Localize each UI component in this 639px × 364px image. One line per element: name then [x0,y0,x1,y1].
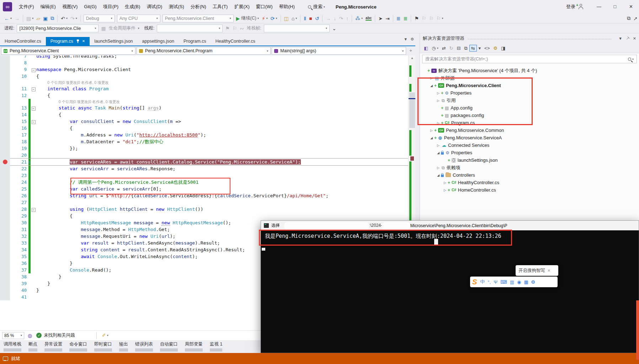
lifecycle-events-label[interactable]: 生命周期事件 [109,25,135,31]
expander-icon[interactable]: ◢ [436,151,441,155]
comment-lines-icon[interactable]: ≣ [395,16,402,21]
undo-icon[interactable]: ↶▾ [59,16,69,21]
nav-back-icon[interactable]: ←▾ [3,16,13,21]
menu-测试S[interactable]: 测试(S) [165,0,187,14]
code-line-21[interactable]: 21✎var serviceARes = await consulClient.… [0,159,408,165]
panel-tab-断点[interactable]: 断点 [28,341,37,352]
new-item-icon[interactable]: ▤▾ [25,16,35,21]
tree-item-引用[interactable]: ▷⧉引用 [420,97,639,104]
tab-launchSettings.json[interactable]: launchSettings.json [90,37,137,46]
code-line-29[interactable]: 29{ [0,213,408,219]
se-collapse-all-icon[interactable]: ⊟ [455,46,462,51]
panel-tab-调用堆栈[interactable]: 调用堆栈 [4,341,21,352]
panel-menu-icon[interactable]: ▼ [618,36,622,41]
menu-文件F[interactable]: 文件(F) [16,0,37,14]
codelens[interactable]: 0 个引用|0 项更改|0 名作者, 0 项更改 [36,80,109,85]
se-properties-wrench-icon[interactable]: ⚙ [491,46,499,51]
code-line-26[interactable]: 26string url = $"http://{calledSerice.Se… [0,192,408,199]
breadcrumb-class[interactable]: Peng.Microservice.Client.Program▾ [137,47,271,55]
breakpoint-icon[interactable] [0,159,10,165]
breakpoint-margin[interactable] [0,172,10,179]
breakpoint-margin[interactable] [0,179,10,186]
expander-icon[interactable]: ▷ [436,144,441,147]
expander-icon[interactable]: ◢ [429,84,434,87]
scrollbar-thumb[interactable] [409,92,415,128]
tree-item-Connected Services[interactable]: ▷☁Connected Services [420,141,639,149]
breakpoint-margin[interactable] [0,138,10,145]
tree-item-App.config[interactable]: +▤App.config [420,104,639,112]
panel-tab-局部变量[interactable]: 局部变量 [185,341,203,352]
menu-帮助H[interactable]: 帮助(H) [276,0,298,14]
prev-bookmark-icon[interactable]: ⚐ [420,16,428,21]
solution-platform-combo[interactable]: Any CPU▾ [117,15,160,22]
sogou-lang-zh[interactable]: 中 [479,279,486,285]
tab-appsettings.json[interactable]: appsettings.json [138,37,179,46]
tree-item-launchSettings.json[interactable]: +{}launchSettings.json [420,156,639,164]
breakpoint-margin[interactable] [0,260,10,267]
feedback-icon[interactable] [3,357,8,361]
step-out-icon[interactable]: ↑ [345,16,350,21]
breakpoint-margin[interactable] [0,246,10,253]
break-all-icon[interactable]: Ⅱ [302,16,308,21]
breakpoint-margin[interactable] [0,213,10,219]
menu-GitG[interactable]: Git(G) [81,0,100,14]
expander-icon[interactable]: ◢ [429,136,434,140]
breakpoint-margin[interactable] [0,240,10,246]
code-line-17[interactable]: 17m.Address = new Uri("http://localhost:… [0,132,408,138]
solution-configuration-combo[interactable]: Debug▾ [84,15,115,22]
code-line-25[interactable]: 25var calledSerice = serviceArr[0]; [0,186,408,192]
breakpoint-margin[interactable] [0,294,10,300]
step-over-icon[interactable]: ↷ [337,16,345,21]
breakpoint-margin[interactable] [0,199,10,206]
breakpoint-margin[interactable] [0,105,10,111]
flag-icon[interactable]: ⚑ [224,26,231,31]
expander-icon[interactable]: ◢ [436,173,441,177]
tree-item-Peng.Microservice.Common[interactable]: ▷+C#Peng.Microservice.Common [420,127,639,134]
tree-item-Peng.Microservice.Client[interactable]: ◢+C#Peng.Microservice.Client [420,82,639,89]
tree-item-packages.config[interactable]: +▤packages.config [420,112,639,119]
sogou-skin-icon[interactable]: ▥ [509,279,515,285]
minimize-button[interactable]: — [591,0,607,14]
stop-debugging-icon[interactable]: ■ [308,16,313,21]
se-switch-views-icon[interactable]: ◧ [422,46,430,51]
open-file-icon[interactable]: ▱ [35,16,42,21]
code-line-11[interactable]: 11−internal class Program [0,85,408,92]
breakpoint-margin[interactable] [0,85,10,92]
expander-icon[interactable]: ▷ [429,76,434,80]
code-line-24[interactable]: 24// 调用第一个Peng.Microservice.ServiceA也就是5… [0,179,408,186]
expander-icon[interactable]: ▷ [442,188,448,192]
fold-toggle-icon[interactable]: − [31,206,36,213]
code-line-27[interactable]: 27 [0,199,408,206]
stackframe-combo[interactable]: ▾ [264,25,330,32]
tree-item-HomeController.cs[interactable]: ▷+C#HomeController.cs [420,186,639,194]
flag-off-icon[interactable]: ⚐ [231,26,239,31]
maximize-button[interactable]: □ [607,0,623,14]
se-properties-pages-icon[interactable]: ⧉ [462,46,469,51]
sogou-smart-icon[interactable]: ◉ [516,279,522,285]
toolbar-overflow-icon[interactable]: ⌄ [331,26,338,31]
breakpoint-margin[interactable] [0,287,10,294]
live-share-icon[interactable]: ➚ [632,16,639,21]
menu-窗口W[interactable]: 窗口(W) [253,0,276,14]
loop-icon[interactable]: ∾ [238,26,245,31]
breakpoint-margin[interactable] [0,73,10,80]
breakpoint-margin[interactable] [0,145,10,152]
bookmark-window-icon[interactable]: ⚐▾ [435,16,445,21]
lifecycle-events-icon[interactable]: ▦ [100,26,107,31]
sogou-logo-icon[interactable]: S [472,278,477,286]
tab-options-icon[interactable]: ⚙ [410,37,414,42]
console-window[interactable]: 选择 记录\2024-0 \code\Peng.Microservice\Pen… [261,220,639,353]
save-all-icon[interactable]: ⧉ [49,15,55,21]
signin-button[interactable]: 登录 [566,4,575,10]
hot-reload-icon[interactable]: ⚡▾ [260,16,269,21]
find-in-files-icon[interactable]: ◫ [283,16,290,21]
active-files-dropdown-icon[interactable]: ▼ [404,37,408,42]
menu-项目P[interactable]: 项目(P) [100,0,122,14]
solution-search-box[interactable]: 搜索解决方案资源管理器(Ctrl+;) ▾ [422,55,637,63]
expander-icon[interactable]: ▷ [436,121,441,125]
sogou-tooltip-close-icon[interactable]: ✕ [547,268,550,273]
breakpoint-margin[interactable] [0,280,10,287]
thread-combo[interactable]: ▾ [157,25,223,32]
breakpoint-margin[interactable] [0,55,10,59]
code-map-icon[interactable]: ⁂▾ [354,16,364,21]
